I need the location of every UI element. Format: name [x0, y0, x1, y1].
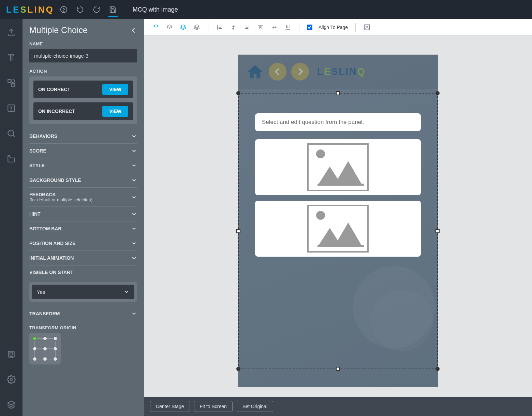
chevron-down-icon — [131, 133, 137, 139]
visible-label: VISIBLE ON START — [29, 270, 73, 275]
transform-label: TRANSFORM — [29, 311, 60, 316]
layer-1-icon[interactable] — [152, 24, 160, 31]
svg-rect-11 — [365, 25, 370, 30]
folder-icon[interactable] — [6, 154, 16, 164]
help-icon[interactable] — [58, 3, 70, 16]
visible-value: Yes — [37, 289, 45, 295]
align-to-page-checkbox[interactable] — [307, 25, 312, 30]
origin-node[interactable] — [43, 347, 47, 351]
visible-select-wrap: Yes — [29, 282, 137, 302]
save-icon[interactable] — [107, 3, 119, 16]
align-toolbar: Align To Page — [144, 19, 532, 35]
registration-point-icon: + — [235, 91, 239, 98]
origin-node[interactable] — [53, 336, 57, 341]
svg-point-4 — [12, 80, 15, 83]
app-logo: LESLINQ — [6, 4, 54, 15]
align-right-icon[interactable] — [243, 24, 251, 31]
properties-panel: Multiple Choice NAME ACTION ON CORRECT V… — [23, 19, 144, 416]
name-input[interactable] — [29, 49, 137, 62]
settings-icon[interactable] — [6, 374, 16, 385]
chevron-down-icon — [131, 311, 137, 317]
target-icon[interactable] — [6, 128, 16, 139]
accord-position-and-size[interactable]: POSITION AND SIZE — [29, 236, 137, 251]
feedback-label: FEEDBACK — [29, 192, 92, 197]
transform-origin-label: TRANSFORM ORIGIN — [29, 325, 137, 330]
align-left-icon[interactable] — [216, 24, 223, 31]
undo-icon[interactable] — [74, 3, 86, 16]
accord-label: BACKGROUND STYLE — [29, 177, 81, 183]
origin-node[interactable] — [33, 336, 37, 341]
align-bottom-icon[interactable] — [284, 24, 292, 31]
svg-point-10 — [10, 378, 13, 381]
app-topbar: LESLINQ MCQ with image — [0, 0, 532, 19]
answer-image-2[interactable] — [255, 201, 421, 257]
layers-icon[interactable] — [6, 400, 16, 410]
accord-label: BOTTOM BAR — [29, 226, 62, 231]
accord-initial-animation[interactable]: INITIAL ANIMATION — [29, 251, 137, 266]
accord-score[interactable]: SCORE — [29, 144, 137, 158]
shapes-icon[interactable] — [6, 78, 16, 88]
question-placeholder: Select and edit question from the panel. — [262, 119, 364, 125]
align-center-h-icon[interactable] — [230, 24, 237, 31]
action-on-incorrect: ON INCORRECT VIEW — [33, 102, 133, 120]
accord-label: HINT — [29, 211, 41, 217]
chevron-down-icon — [131, 162, 137, 169]
action-row-label: ON INCORRECT — [38, 109, 75, 114]
accord-label: INITIAL ANIMATION — [29, 255, 74, 261]
redo-icon[interactable] — [90, 3, 103, 16]
chevron-down-icon — [131, 226, 137, 232]
left-nav — [0, 19, 23, 416]
chevron-down-icon — [131, 194, 137, 200]
origin-node[interactable] — [53, 347, 57, 351]
svg-rect-2 — [8, 80, 11, 83]
accord-feedback[interactable]: FEEDBACK (for default or multiple select… — [29, 188, 137, 207]
accord-bottom-bar[interactable]: BOTTOM BAR — [29, 221, 137, 236]
align-top-icon[interactable] — [257, 24, 264, 31]
accord-hint[interactable]: HINT — [29, 207, 137, 221]
disk-icon[interactable] — [6, 349, 16, 359]
view-incorrect-button[interactable]: VIEW — [102, 106, 128, 117]
upload-icon[interactable] — [6, 27, 16, 38]
layer-3-icon[interactable] — [179, 24, 187, 31]
action-label: ACTION — [29, 69, 137, 74]
origin-node[interactable] — [33, 357, 37, 361]
image-placeholder-icon — [307, 205, 369, 253]
document-title: MCQ with image — [133, 6, 178, 13]
origin-node[interactable] — [43, 357, 47, 361]
chevron-down-icon — [131, 255, 137, 261]
accord-behaviors[interactable]: BEHAVIORS — [29, 129, 137, 144]
svg-rect-9 — [10, 353, 13, 355]
fullscreen-icon[interactable] — [363, 24, 371, 31]
center-stage-button[interactable]: Center Stage — [150, 401, 190, 412]
set-original-button[interactable]: Set Original — [237, 401, 273, 412]
origin-node[interactable] — [43, 336, 47, 341]
action-box: ON CORRECT VIEW ON INCORRECT VIEW — [29, 76, 137, 124]
help-square-icon[interactable] — [6, 103, 16, 113]
feedback-sub: (for default or multiple selection) — [29, 197, 92, 202]
canvas-area[interactable]: LESLINQ Select and edit question from th… — [144, 35, 532, 397]
origin-node[interactable] — [33, 347, 37, 351]
action-on-correct: ON CORRECT VIEW — [33, 81, 133, 98]
layer-4-icon[interactable] — [193, 24, 201, 31]
question-card[interactable]: Select and edit question from the panel. — [255, 113, 421, 131]
fit-to-screen-button[interactable]: Fit to Screen — [194, 401, 233, 412]
view-correct-button[interactable]: VIEW — [102, 84, 128, 95]
align-to-page-label: Align To Page — [319, 25, 348, 30]
layer-2-icon[interactable] — [166, 24, 173, 31]
accord-transform[interactable]: TRANSFORM — [29, 306, 137, 321]
action-row-label: ON CORRECT — [38, 87, 70, 92]
canvas-footer: Center Stage Fit to Screen Set Original — [144, 397, 532, 416]
answer-image-1[interactable] — [255, 139, 421, 195]
name-label: NAME — [29, 41, 137, 46]
align-center-v-icon[interactable] — [270, 24, 278, 31]
accord-visible: VISIBLE ON START — [29, 266, 137, 279]
accord-background-style[interactable]: BACKGROUND STYLE — [29, 173, 137, 188]
accord-style[interactable]: STYLE — [29, 158, 137, 173]
transform-origin-grid[interactable] — [29, 333, 61, 364]
panel-back-icon[interactable] — [130, 26, 137, 35]
svg-rect-3 — [12, 83, 15, 86]
text-icon[interactable] — [6, 53, 16, 63]
visible-select[interactable]: Yes — [32, 285, 134, 299]
image-placeholder-icon — [307, 143, 369, 191]
origin-node[interactable] — [53, 357, 57, 361]
